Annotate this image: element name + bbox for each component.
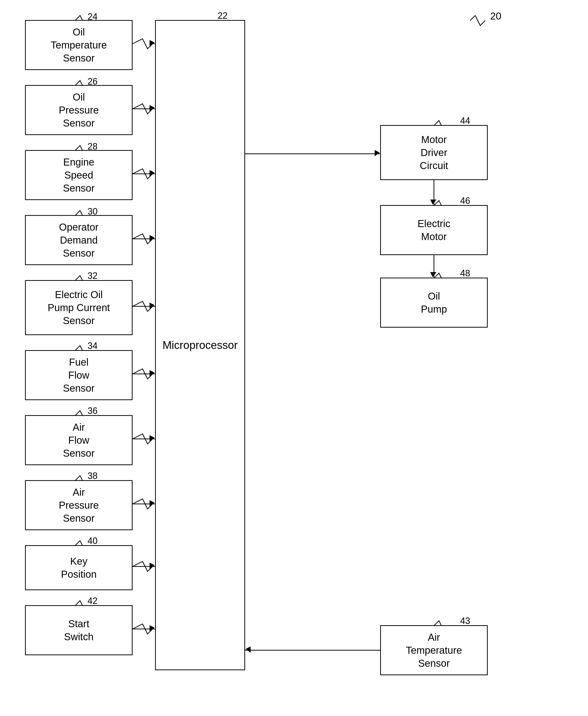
svg-marker-27 <box>246 647 251 653</box>
oil-pressure-sensor-label: Oil Pressure Sensor <box>59 90 99 129</box>
ref-40: 40 <box>87 536 98 546</box>
air-flow-sensor-box: Air Flow Sensor <box>25 415 132 465</box>
svg-marker-16 <box>150 435 154 441</box>
ref-48: 48 <box>460 268 470 279</box>
svg-marker-18 <box>150 563 154 569</box>
air-pressure-sensor-label: Air Pressure Sensor <box>59 486 99 525</box>
oil-temperature-sensor-label: Oil Temperature Sensor <box>51 25 107 65</box>
electric-oil-pump-sensor-box: Electric Oil Pump Current Sensor <box>25 280 132 335</box>
svg-marker-15 <box>150 370 154 376</box>
svg-marker-12 <box>150 170 154 176</box>
ref-28: 28 <box>87 141 98 152</box>
svg-marker-17 <box>150 500 154 506</box>
svg-marker-13 <box>150 235 154 241</box>
ref-26: 26 <box>87 76 98 87</box>
oil-pump-box: Oil Pump <box>380 278 488 328</box>
svg-marker-10 <box>150 40 154 46</box>
ref-30: 30 <box>87 206 98 217</box>
electric-motor-label: Electric Motor <box>417 217 450 243</box>
operator-demand-sensor-label: Operator Demand Sensor <box>59 220 99 259</box>
ref-38: 38 <box>87 471 98 481</box>
ref-46: 46 <box>460 195 470 206</box>
ref-34: 34 <box>87 341 98 351</box>
start-switch-label: Start Switch <box>64 617 93 643</box>
diagram: Oil Temperature Sensor 24 Oil Pressure S… <box>0 0 588 716</box>
svg-marker-19 <box>150 625 154 631</box>
ref-22: 22 <box>217 10 228 21</box>
microprocessor-box: Microprocessor <box>155 20 245 670</box>
oil-pump-label: Oil Pump <box>421 290 447 316</box>
air-flow-sensor-label: Air Flow Sensor <box>63 421 95 460</box>
fuel-flow-sensor-box: Fuel Flow Sensor <box>25 350 132 400</box>
microprocessor-label: Microprocessor <box>163 338 238 352</box>
ref-42: 42 <box>87 596 98 606</box>
key-position-box: Key Position <box>25 545 132 590</box>
motor-driver-circuit-label: Motor Driver Circuit <box>420 133 448 172</box>
ref-44: 44 <box>460 115 470 126</box>
operator-demand-sensor-box: Operator Demand Sensor <box>25 215 132 265</box>
ref-36: 36 <box>87 406 98 416</box>
ref-24: 24 <box>87 12 98 22</box>
oil-pressure-sensor-box: Oil Pressure Sensor <box>25 85 132 135</box>
motor-driver-circuit-box: Motor Driver Circuit <box>380 125 488 180</box>
start-switch-box: Start Switch <box>25 605 132 655</box>
electric-oil-pump-sensor-label: Electric Oil Pump Current Sensor <box>48 288 110 327</box>
air-temperature-sensor-label: Air Temperature Sensor <box>406 631 462 670</box>
engine-speed-sensor-label: Engine Speed Sensor <box>63 155 95 194</box>
electric-motor-box: Electric Motor <box>380 205 488 255</box>
engine-speed-sensor-box: Engine Speed Sensor <box>25 150 132 200</box>
key-position-label: Key Position <box>61 555 97 581</box>
ref-43: 43 <box>460 616 470 626</box>
ref-32: 32 <box>87 271 98 281</box>
air-temperature-sensor-box: Air Temperature Sensor <box>380 625 488 675</box>
svg-marker-11 <box>150 105 154 111</box>
oil-temperature-sensor-box: Oil Temperature Sensor <box>25 20 132 70</box>
fuel-flow-sensor-label: Fuel Flow Sensor <box>63 356 95 395</box>
ref-20: 20 <box>490 10 502 22</box>
air-pressure-sensor-box: Air Pressure Sensor <box>25 480 132 530</box>
svg-marker-14 <box>150 302 154 309</box>
svg-marker-21 <box>375 150 380 156</box>
